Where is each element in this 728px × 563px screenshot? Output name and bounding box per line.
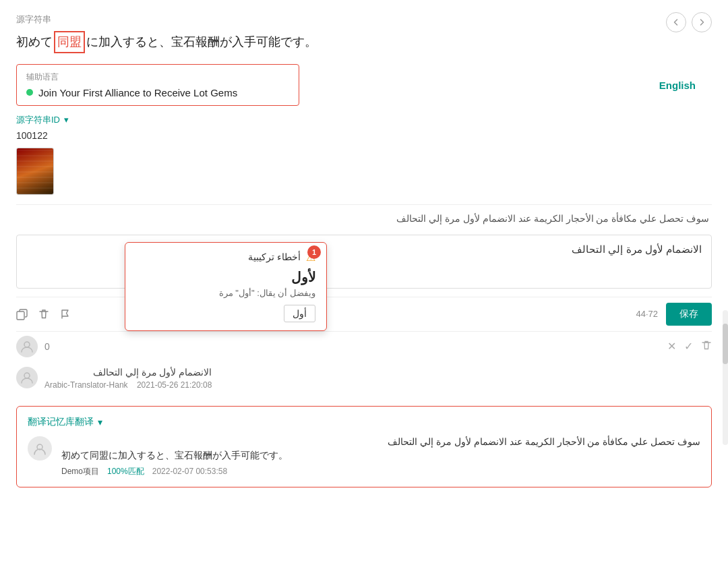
arabic-source-text: سوف تحصل علي مكافأة من الأحجار الكريمة ع… <box>16 213 712 224</box>
tm-datetime: 2022-02-07 00:53:58 <box>152 467 227 476</box>
comment-count: 0 <box>44 341 50 352</box>
svg-point-1 <box>24 342 30 347</box>
auxiliary-text: Join Your First Alliance to Receive Lot … <box>38 87 237 98</box>
tm-project: Demo项目 <box>61 466 99 477</box>
close-icon[interactable]: ✕ <box>667 340 676 353</box>
tm-meta: Demo项目 100%匹配 2022-02-07 00:53:58 <box>61 466 700 477</box>
trash-icon[interactable] <box>701 340 712 353</box>
source-id-dropdown-icon: ▾ <box>64 115 69 125</box>
tooltip-correction-button[interactable]: أول <box>284 305 315 322</box>
delete-icon[interactable] <box>38 308 50 320</box>
next-arrow-button[interactable] <box>692 12 712 32</box>
scrollbar-track[interactable] <box>723 310 728 445</box>
tm-content: سوف تحصل علي مكافأة من الأحجار الكريمة ع… <box>61 436 700 477</box>
source-text-after: に加入すると、宝石報酬が入手可能です。 <box>86 35 317 49</box>
action-bar: 44·72 保存 <box>16 297 712 331</box>
auxiliary-label: 辅助语言 <box>26 71 289 83</box>
auxiliary-language-box: 辅助语言 Join Your First Alliance to Receive… <box>16 64 299 106</box>
language-label: English <box>659 79 696 90</box>
translation-input[interactable]: الانضمام لأول مرة إلي التحالف 1 ⚠ أخطاء … <box>16 235 712 289</box>
user-comment-text: الانضمام لأول مرة إلي التحالف <box>44 367 212 378</box>
tooltip-popup: 1 ⚠ أخطاء تركيبية لأول ويفضل أن يقال: "أ… <box>125 242 327 331</box>
username: Arabic-Translator-Hank <box>44 380 128 390</box>
error-badge: 1 <box>307 245 321 259</box>
comment-row: 0 ✕ ✓ <box>16 331 712 361</box>
user-comment-row: الانضمام لأول مرة إلي التحالف Arabic-Tra… <box>16 361 712 395</box>
user-meta: Arabic-Translator-Hank 2021-05-26 21:20:… <box>44 380 212 390</box>
source-id-label: 源字符串ID <box>16 114 60 126</box>
comment-actions: ✕ ✓ <box>667 340 712 353</box>
navigation-arrows <box>666 12 712 32</box>
thumbnail-image <box>16 148 54 195</box>
tooltip-suggestion: ويفضل أن يقال: "أول" مرة <box>136 288 315 298</box>
translation-area: الانضمام لأول مرة إلي التحالف 1 ⚠ أخطاء … <box>16 235 712 289</box>
user-avatar <box>16 367 38 388</box>
tm-entry: سوف تحصل علي مكافأة من الأحجار الكريمة ع… <box>28 436 700 477</box>
comment-datetime: 2021-05-26 21:20:08 <box>137 380 212 390</box>
tooltip-title: أخطاء تركيبية <box>248 251 301 262</box>
tooltip-main-word: لأول <box>136 269 315 285</box>
source-id-value: 100122 <box>16 130 712 141</box>
user-comment-content: الانضمام لأول مرة إلي التحالف Arabic-Tra… <box>44 367 212 390</box>
comment-avatar <box>16 336 38 357</box>
flag-icon[interactable] <box>59 308 71 320</box>
action-icons <box>16 308 71 320</box>
tm-arabic-text: سوف تحصل علي مكافأة من الأحجار الكريمة ع… <box>61 436 700 447</box>
copy-icon[interactable] <box>16 308 28 320</box>
scrollbar-thumb[interactable] <box>723 324 728 364</box>
tm-header-label: 翻译记忆库翻译 <box>28 416 94 428</box>
tm-match: 100%匹配 <box>107 466 144 477</box>
check-icon[interactable]: ✓ <box>684 340 693 353</box>
tooltip-header: ⚠ أخطاء تركيبية <box>136 251 315 264</box>
source-id-dropdown[interactable]: 源字符串ID ▾ <box>16 114 712 126</box>
tm-icon <box>28 436 52 461</box>
svg-point-2 <box>24 373 30 378</box>
status-dot <box>26 89 33 96</box>
save-button[interactable]: 保存 <box>666 303 712 326</box>
translation-text: الانضمام لأول مرة إلي التحالف <box>572 243 702 255</box>
source-section-label: 源字符串 <box>16 13 712 26</box>
divider <box>16 204 712 205</box>
source-highlight: 同盟 <box>54 31 85 53</box>
prev-arrow-button[interactable] <box>666 12 686 32</box>
char-count: 44·72 <box>636 309 658 319</box>
tm-header-dropdown[interactable]: 翻译记忆库翻译 ▾ <box>28 416 700 428</box>
auxiliary-content: Join Your First Alliance to Receive Lot … <box>26 87 289 98</box>
svg-rect-0 <box>17 312 24 320</box>
source-text-before: 初めて <box>16 35 53 49</box>
source-text: 初めて同盟に加入すると、宝石報酬が入手可能です。 <box>16 31 712 53</box>
tm-section: 翻译记忆库翻译 ▾ سوف تحصل علي مكافأة من الأحجار… <box>16 406 712 487</box>
tm-dropdown-icon: ▾ <box>98 417 102 427</box>
tm-japanese-text: 初めて同盟に加入すると、宝石報酬が入手可能です。 <box>61 450 700 462</box>
